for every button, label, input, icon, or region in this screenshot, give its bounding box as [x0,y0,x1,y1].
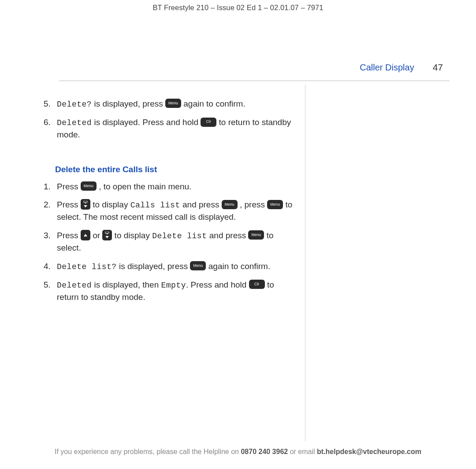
menu-key-icon: Menu [267,200,283,209]
instruction-step: 1.Press Menu , to open the main menu. [44,181,293,193]
svg-rect-2 [105,232,109,233]
content-frame: Caller Display 47 5.Delete? is displayed… [11,62,465,441]
step-number: 5. [44,279,57,303]
menu-key-icon: Menu [81,181,97,191]
step-number: 5. [44,98,57,110]
down-key-icon [102,230,112,240]
step-text: Press to display Calls list and press Me… [57,199,293,223]
section-name: Caller Display [360,63,414,73]
display-text: Delete? [57,100,92,109]
display-text: Delete list [152,232,207,240]
header-rule [59,81,450,81]
footer-mid: or email [288,448,317,455]
display-text: Empty [161,281,186,290]
page-number: 47 [433,62,443,73]
step-text: Press Menu , to open the main menu. [57,181,293,193]
instruction-step: 3.Press or to display Delete list and pr… [44,229,293,254]
step-number: 2. [44,199,57,223]
svg-rect-0 [84,201,87,203]
instruction-step: 5.Deleted is displayed, then Empty. Pres… [44,279,293,303]
step-text: Deleted is displayed, then Empty. Press … [57,279,293,303]
body-columns: 5.Delete? is displayed, press Menu again… [44,85,434,441]
margin-column [305,85,434,441]
clr-key-icon: Clr [201,118,216,127]
clr-key-icon: Clr [249,280,265,289]
step-number: 6. [44,116,57,141]
step-text: Delete list? is displayed, press Menu ag… [57,260,293,273]
step-text: Deleted is displayed. Press and hold Clr… [57,116,293,141]
down-key-icon [81,199,90,210]
continuation-steps: 5.Delete? is displayed, press Menu again… [44,98,293,141]
running-head: Caller Display 47 [44,62,465,73]
display-text: Deleted [57,281,92,290]
footer-phone: 0870 240 3962 [241,448,288,455]
instruction-step: 5.Delete? is displayed, press Menu again… [44,98,293,110]
footer-email: bt.helpdesk@vtecheurope.com [317,448,421,455]
manual-page: BT Freestyle 210 – Issue 02 Ed 1 – 02.01… [0,0,476,469]
instruction-step: 6.Deleted is displayed. Press and hold C… [44,116,293,141]
procedure-steps: 1.Press Menu , to open the main menu.2.P… [44,181,293,303]
up-key-icon [81,230,90,240]
menu-key-icon: Menu [222,200,238,209]
instruction-step: 2.Press to display Calls list and press … [44,199,293,223]
footer-pre: If you experience any problems, please c… [55,448,241,455]
step-text: Delete? is displayed, press Menu again t… [57,98,293,110]
page-footer: If you experience any problems, please c… [0,448,476,456]
step-number: 4. [44,260,57,273]
document-header: BT Freestyle 210 – Issue 02 Ed 1 – 02.01… [0,4,476,12]
step-number: 3. [44,229,57,254]
step-text: Press or to display Delete list and pres… [57,229,293,254]
menu-key-icon: Menu [248,230,264,240]
menu-key-icon: Menu [190,261,206,270]
section-subhead: Delete the entire Calls list [55,165,293,174]
display-text: Deleted [57,118,92,127]
display-text: Calls list [130,201,180,210]
menu-key-icon: Menu [165,99,181,108]
instruction-step: 4.Delete list? is displayed, press Menu … [44,260,293,273]
step-number: 1. [44,181,57,193]
svg-rect-1 [85,203,86,203]
main-column: 5.Delete? is displayed, press Menu again… [44,85,305,441]
svg-rect-3 [107,233,108,234]
display-text: Delete list? [57,262,117,271]
